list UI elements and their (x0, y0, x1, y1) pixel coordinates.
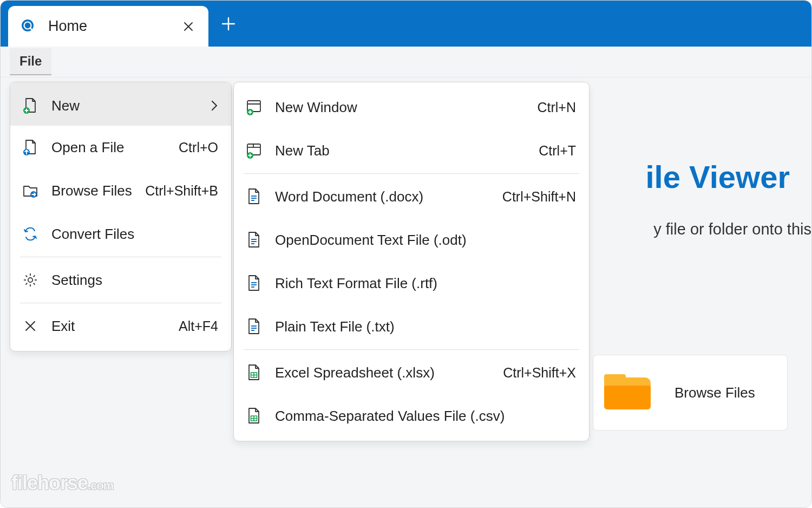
watermark: filehorse.com (11, 472, 113, 494)
new-file-icon (21, 96, 40, 115)
menu-separator (20, 303, 221, 303)
open-file-icon (21, 138, 40, 157)
gear-icon (21, 271, 40, 289)
document-icon (245, 187, 263, 206)
menu-item-label: Settings (51, 272, 218, 289)
submenu-item-txt[interactable]: Plain Text File (.txt) (234, 305, 589, 348)
submenu-item-new-tab[interactable]: New Tab Ctrl+T (234, 129, 589, 172)
submenu-item-new-window[interactable]: New Window Ctrl+N (234, 86, 589, 129)
menu-item-open[interactable]: Open a File Ctrl+O (10, 126, 231, 169)
browse-files-tile[interactable]: Browse Files (593, 355, 788, 431)
menu-item-label: Convert Files (51, 226, 218, 243)
svg-line-18 (34, 283, 35, 285)
folder-icon (604, 374, 653, 411)
page-subtitle: y file or folder onto this (653, 220, 811, 238)
submenu-item-xlsx[interactable]: Excel Spreadsheet (.xlsx) Ctrl+Shift+X (234, 351, 589, 394)
title-bar: Home (1, 1, 811, 47)
menu-file[interactable]: File (10, 48, 51, 75)
menu-bar: File (1, 47, 811, 77)
page-title: ile Viewer (645, 159, 790, 195)
submenu-item-label: Rich Text Format File (.rtf) (275, 275, 576, 292)
submenu-item-label: Plain Text File (.txt) (275, 318, 576, 335)
new-tab-icon (245, 141, 263, 160)
menu-item-shortcut: Alt+F4 (179, 318, 218, 334)
submenu-item-shortcut: Ctrl+N (537, 100, 576, 115)
menu-item-browse[interactable]: Browse Files Ctrl+Shift+B (10, 169, 231, 212)
submenu-item-label: Comma-Separated Values File (.csv) (275, 408, 576, 425)
tab-title: Home (48, 18, 178, 35)
menu-item-new[interactable]: New (10, 82, 231, 126)
submenu-item-label: New Tab (275, 142, 539, 159)
close-icon (21, 317, 40, 335)
chevron-right-icon (211, 100, 218, 112)
menu-item-label: New (51, 97, 211, 114)
submenu-item-label: OpenDocument Text File (.odt) (275, 232, 576, 249)
tab-home[interactable]: Home (8, 6, 208, 47)
svg-point-12 (28, 278, 32, 282)
submenu-item-csv[interactable]: Comma-Separated Values File (.csv) (234, 394, 589, 438)
spreadsheet-icon (245, 363, 263, 382)
submenu-item-shortcut: Ctrl+T (539, 143, 576, 159)
menu-item-shortcut: Ctrl+O (179, 140, 218, 155)
submenu-item-rtf[interactable]: Rich Text Format File (.rtf) (234, 262, 589, 305)
menu-separator (244, 349, 579, 350)
submenu-item-shortcut: Ctrl+Shift+N (502, 189, 576, 205)
convert-icon (21, 225, 40, 243)
new-tab-button[interactable] (208, 1, 248, 47)
submenu-item-odt[interactable]: OpenDocument Text File (.odt) (234, 218, 589, 262)
browse-folder-icon (21, 181, 40, 200)
submenu-item-label: Word Document (.docx) (275, 188, 502, 205)
svg-line-17 (26, 276, 28, 277)
menu-separator (20, 257, 221, 257)
menu-item-convert[interactable]: Convert Files (10, 212, 231, 256)
document-icon (245, 274, 263, 292)
menu-item-exit[interactable]: Exit Alt+F4 (10, 304, 231, 348)
submenu-item-shortcut: Ctrl+Shift+X (503, 365, 576, 381)
new-submenu: New Window Ctrl+N New Tab Ctrl+T (233, 82, 590, 441)
document-icon (245, 231, 263, 249)
new-window-icon (245, 98, 263, 116)
spreadsheet-icon (245, 407, 263, 425)
submenu-item-label: Excel Spreadsheet (.xlsx) (275, 364, 503, 381)
browse-tile-label: Browse Files (675, 385, 755, 401)
svg-line-20 (34, 276, 35, 277)
menu-item-label: Open a File (51, 139, 179, 156)
menu-item-label: Browse Files (51, 183, 145, 199)
document-icon (245, 317, 263, 336)
file-menu: New Open a File Ctrl+O Browse (10, 82, 232, 351)
magnifier-icon (20, 18, 37, 35)
menu-item-shortcut: Ctrl+Shift+B (145, 183, 218, 199)
menu-item-settings[interactable]: Settings (10, 258, 231, 302)
menu-separator (244, 173, 579, 174)
svg-line-19 (26, 283, 28, 285)
close-tab-button[interactable] (178, 18, 199, 35)
submenu-item-docx[interactable]: Word Document (.docx) Ctrl+Shift+N (234, 175, 589, 218)
submenu-item-label: New Window (275, 99, 537, 116)
menu-item-label: Exit (51, 318, 179, 335)
